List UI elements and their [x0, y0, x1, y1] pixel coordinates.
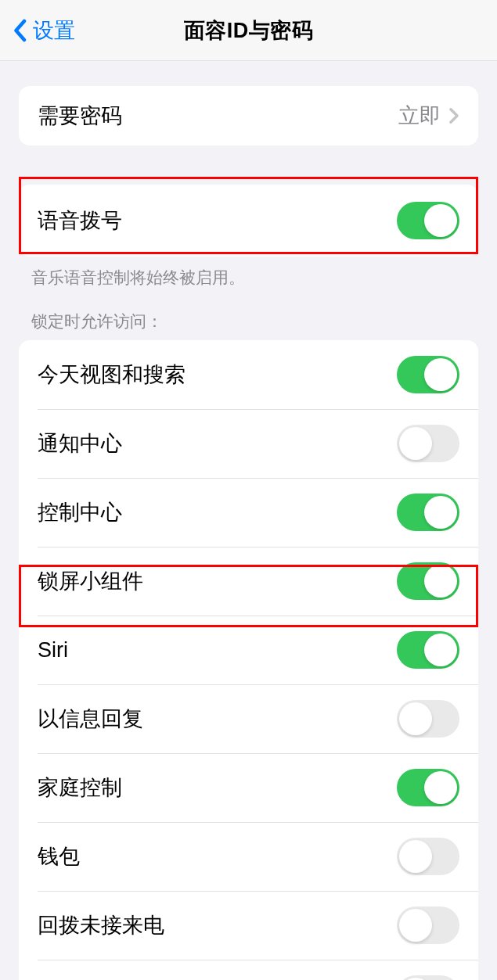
lock-access-label: 钱包: [38, 842, 80, 871]
lock-access-toggle[interactable]: [397, 562, 459, 600]
lock-access-toggle[interactable]: [397, 494, 459, 531]
toggle-knob: [424, 358, 457, 391]
group-lock-access: 今天视图和搜索通知中心控制中心锁屏小组件Siri以信息回复家庭控制钱包回拨未接来…: [19, 340, 478, 980]
toggle-knob: [399, 840, 432, 873]
voice-dial-row: 语音拨号: [19, 185, 478, 257]
toggle-knob: [399, 427, 432, 460]
toggle-knob: [399, 702, 432, 735]
lock-access-header: 锁定时允许访问：: [0, 289, 497, 340]
lock-access-label: 控制中心: [38, 498, 122, 526]
lock-access-label: 家庭控制: [38, 774, 122, 802]
lock-access-row: 锁屏小组件: [19, 547, 478, 616]
lock-access-row: USB配件: [19, 960, 478, 980]
voice-dial-footer: 音乐语音控制将始终被启用。: [0, 257, 497, 289]
content-scroll: 需要密码 立即 语音拨号 音乐语音控制将始终被启用。 锁定时允许访问： 今天视图…: [0, 86, 497, 980]
toggle-knob: [399, 909, 432, 942]
toggle-knob: [424, 771, 457, 804]
lock-access-toggle[interactable]: [397, 631, 459, 669]
back-button[interactable]: 设置: [13, 16, 75, 45]
lock-access-row: Siri: [19, 616, 478, 684]
require-passcode-value: 立即: [398, 102, 441, 130]
lock-access-label: 锁屏小组件: [38, 567, 143, 595]
lock-access-toggle[interactable]: [397, 906, 459, 944]
lock-access-toggle[interactable]: [397, 975, 459, 980]
back-label: 设置: [33, 16, 75, 45]
lock-access-row: 回拨未接来电: [19, 891, 478, 960]
page-title: 面容ID与密码: [184, 16, 314, 45]
chevron-right-icon: [448, 107, 459, 124]
lock-access-row: 控制中心: [19, 478, 478, 547]
lock-access-row: 通知中心: [19, 409, 478, 478]
require-passcode-label: 需要密码: [38, 102, 122, 130]
lock-access-row: 家庭控制: [19, 753, 478, 822]
lock-access-label: 回拨未接来电: [38, 911, 164, 939]
lock-access-row: 今天视图和搜索: [19, 340, 478, 409]
lock-access-toggle[interactable]: [397, 425, 459, 462]
lock-access-label: 通知中心: [38, 429, 122, 458]
row-right: 立即: [398, 102, 459, 130]
voice-dial-toggle[interactable]: [397, 202, 459, 239]
lock-access-label: Siri: [38, 638, 68, 662]
group-voice-dial: 语音拨号: [19, 185, 478, 257]
toggle-knob: [424, 634, 457, 666]
lock-access-toggle[interactable]: [397, 838, 459, 875]
toggle-knob: [424, 204, 457, 237]
lock-access-label: 今天视图和搜索: [38, 361, 185, 389]
lock-access-row: 钱包: [19, 822, 478, 891]
toggle-knob: [424, 496, 457, 529]
voice-dial-label: 语音拨号: [38, 206, 122, 235]
group-passcode: 需要密码 立即: [19, 86, 478, 145]
lock-access-toggle[interactable]: [397, 700, 459, 738]
lock-access-toggle[interactable]: [397, 356, 459, 393]
require-passcode-row[interactable]: 需要密码 立即: [19, 86, 478, 145]
chevron-left-icon: [13, 19, 27, 42]
navigation-bar: 设置 面容ID与密码: [0, 0, 497, 61]
lock-access-label: 以信息回复: [38, 705, 143, 733]
toggle-knob: [424, 565, 457, 598]
lock-access-row: 以信息回复: [19, 684, 478, 753]
lock-access-toggle[interactable]: [397, 769, 459, 806]
